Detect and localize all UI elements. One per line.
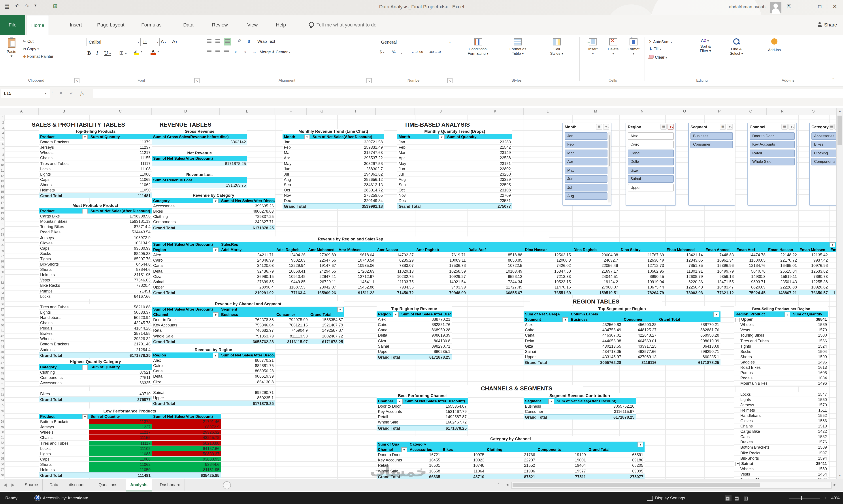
paste-button[interactable]: Paste▾ — [3, 38, 19, 58]
clear-filter-icon[interactable]: ▼✕ — [603, 124, 609, 130]
hscroll-right-icon[interactable]: ▶ — [832, 482, 838, 488]
tell-me-box[interactable]: Tell me what you want to do — [309, 15, 376, 35]
enter-icon[interactable]: ✓ — [67, 89, 76, 97]
slicer-item[interactable]: Cairo — [628, 141, 674, 148]
page-layout-view-icon[interactable]: ▤ — [734, 495, 741, 501]
slicer-item[interactable]: Alex — [628, 132, 674, 140]
tab-split-handle[interactable]: ⁞ — [498, 479, 499, 491]
page-break-view-icon[interactable]: ▥ — [743, 495, 750, 501]
column-header[interactable]: L — [524, 108, 572, 115]
row-header[interactable]: 48 — [0, 365, 4, 371]
row-header[interactable]: 25 — [0, 243, 4, 248]
column-header[interactable]: I — [376, 108, 415, 115]
row-header[interactable]: 29 — [0, 264, 4, 270]
font-name-combo[interactable]: Calibri▾ — [87, 38, 140, 46]
borders-icon[interactable]: ⊞ ▾ — [119, 50, 127, 56]
slicer-item[interactable]: Jun — [565, 175, 608, 183]
slicer-item[interactable]: Jul — [565, 184, 608, 191]
clipboard-dialog-launcher[interactable]: ↘ — [74, 78, 80, 83]
share-button[interactable]: Share — [818, 15, 837, 35]
row-header[interactable]: 19 — [0, 211, 4, 216]
cancel-icon[interactable]: ✕ — [56, 89, 65, 97]
dropdown-icon[interactable]: ▾ — [213, 199, 218, 203]
comma-style-icon[interactable]: , — [401, 50, 402, 54]
row-header[interactable]: 65 — [0, 456, 4, 462]
sheet-tab-source[interactable]: Source — [20, 479, 43, 490]
row-header[interactable]: 39 — [0, 318, 4, 323]
tab-help[interactable]: Help — [271, 15, 290, 35]
addins-button[interactable]: Add-ins — [762, 38, 787, 52]
number-dialog-launcher[interactable]: ↘ — [447, 78, 453, 83]
row-header[interactable]: 1 — [0, 115, 4, 120]
row-header[interactable]: 28 — [0, 259, 4, 264]
sheet-grid[interactable]: 1234567891011121314151617181920212223242… — [0, 115, 837, 479]
row-header[interactable]: 2 — [0, 120, 4, 125]
row-header[interactable]: 8 — [0, 152, 4, 157]
row-header[interactable]: 61 — [0, 435, 4, 440]
multi-select-icon[interactable]: ≣ — [829, 124, 833, 130]
row-header[interactable]: 56 — [0, 408, 4, 414]
slicer-item[interactable]: Business — [690, 132, 733, 140]
row-header[interactable]: 18 — [0, 205, 4, 211]
slicer-scrollbar[interactable] — [608, 132, 611, 202]
align-top-icon[interactable] — [207, 39, 211, 44]
dropdown-icon[interactable]: ▾ — [637, 442, 643, 447]
fill-color-icon[interactable]: ◢ ▾ — [133, 49, 142, 55]
row-header[interactable]: 68 — [0, 472, 4, 478]
copy-button[interactable]: ⧉ Copy ▾ — [23, 47, 39, 52]
dropdown-icon[interactable]: ▾ — [337, 307, 343, 312]
row-header[interactable]: 14 — [0, 184, 4, 190]
slicer-item[interactable]: Aug — [565, 192, 608, 200]
accounting-format-icon[interactable]: $ ▾ — [380, 50, 385, 54]
column-header[interactable]: B — [39, 108, 89, 115]
increase-decimal-icon[interactable]: ←.0 .00 — [411, 50, 423, 54]
percent-style-icon[interactable]: % — [392, 50, 396, 54]
wrap-icon[interactable]: ⇵ — [247, 39, 250, 44]
multi-select-icon[interactable]: ≣ — [781, 124, 788, 130]
row-header[interactable]: 12 — [0, 173, 4, 179]
increase-font-icon[interactable]: A▲ — [161, 39, 166, 44]
row-header[interactable]: 26 — [0, 248, 4, 253]
row-header[interactable]: 31 — [0, 275, 4, 280]
row-header[interactable]: 22 — [0, 227, 4, 232]
dropdown-icon[interactable]: ▾ — [304, 134, 310, 139]
column-header[interactable]: A — [4, 108, 39, 115]
row-header[interactable]: 15 — [0, 190, 4, 195]
collapse-icon[interactable]: − — [736, 462, 740, 466]
user-name[interactable]: abdalrhman ayoub — [729, 4, 766, 9]
row-header[interactable]: 13 — [0, 179, 4, 184]
row-header[interactable]: 9 — [0, 158, 4, 163]
row-header[interactable]: 41 — [0, 328, 4, 334]
sheet-tab-data[interactable]: Data — [45, 479, 63, 490]
tab-file[interactable]: File — [0, 15, 25, 35]
row-header[interactable]: 57 — [0, 414, 4, 419]
zoom-out-icon[interactable]: − — [784, 492, 786, 504]
column-header[interactable]: J — [415, 108, 467, 115]
sort-icon[interactable]: ↓ — [785, 312, 790, 317]
row-header[interactable]: 20 — [0, 216, 4, 221]
zoom-slider-thumb[interactable] — [801, 496, 802, 500]
row-header[interactable]: 10 — [0, 163, 4, 168]
close-button[interactable]: ✕ — [828, 0, 841, 13]
dropdown-icon[interactable]: ▾ — [439, 134, 444, 139]
tab-insert[interactable]: Insert — [65, 15, 86, 35]
increase-indent-icon[interactable]: ⇥ — [243, 50, 246, 54]
tab-formulas[interactable]: Formulas — [137, 15, 166, 35]
slicer-category[interactable]: Category≣▼✕AccessoriesBikesClothingCompo… — [809, 123, 837, 205]
row-header[interactable]: 36 — [0, 302, 4, 307]
row-header[interactable]: 51 — [0, 382, 4, 387]
filter-funnel-icon[interactable]: ▼ — [82, 414, 88, 419]
sort-icon[interactable]: ↓ — [82, 209, 88, 214]
slicer-item[interactable]: Canal — [628, 149, 674, 157]
align-left-icon[interactable] — [207, 50, 211, 55]
bold-button[interactable]: B — [87, 50, 91, 56]
column-header[interactable]: P — [704, 108, 735, 115]
zoom-slider[interactable] — [789, 498, 820, 498]
row-header[interactable]: 7 — [0, 147, 4, 152]
minimize-button[interactable]: — — [798, 0, 811, 13]
tab-view[interactable]: View — [243, 15, 262, 35]
align-right-icon[interactable] — [224, 50, 229, 55]
row-header[interactable]: 62 — [0, 440, 4, 446]
multi-select-icon[interactable]: ≣ — [661, 124, 667, 130]
dropdown-icon[interactable]: ▾ — [401, 447, 407, 452]
